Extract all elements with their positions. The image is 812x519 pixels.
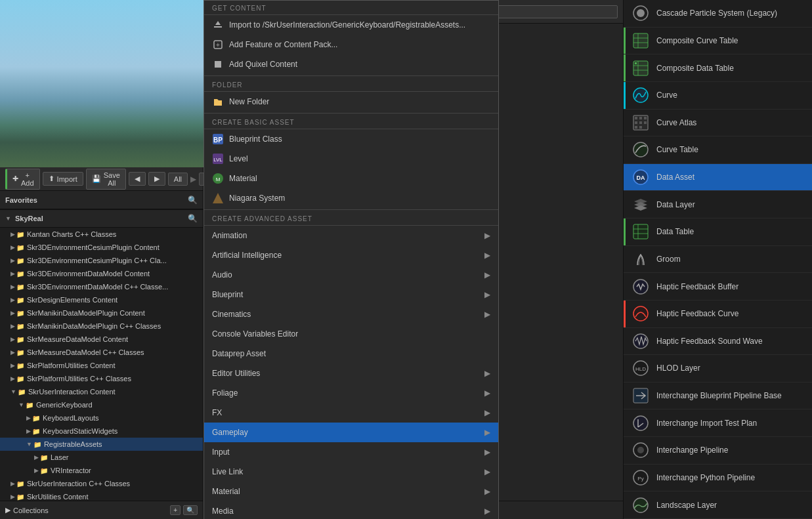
tree-item-keyboard-static[interactable]: ▶ 📁 KeyboardStaticWidgets xyxy=(0,425,203,438)
tree-item-kantan[interactable]: ▶ 📁 Kantan Charts C++ Classes xyxy=(0,228,203,241)
svg-point-42 xyxy=(633,306,648,321)
ctx-niagara[interactable]: Niagara System xyxy=(204,188,498,208)
tree-item-manikin-cpp[interactable]: ▶ 📁 SkrManikinDataModelPlugin C++ Classe… xyxy=(0,320,203,333)
tree-item-skruser-content[interactable]: ▼ 📁 SkrUserInteraction Content xyxy=(0,385,203,398)
forward-button[interactable]: ▶ xyxy=(148,172,165,186)
right-item-curve[interactable]: Curve xyxy=(624,82,812,110)
back-button[interactable]: ◀ xyxy=(129,172,146,186)
ctx-cinematics[interactable]: Cinematics ▶ xyxy=(204,304,498,324)
level-icon: LVL xyxy=(212,153,224,165)
ctx-material[interactable]: M Material xyxy=(204,169,498,188)
ctx-dataprep[interactable]: Dataprep Asset xyxy=(204,344,498,363)
tree-item-platform-content[interactable]: ▶ 📁 SkrPlatformUtilities Content xyxy=(0,359,203,372)
ctx-editor-utils[interactable]: Editor Utilities ▶ xyxy=(204,363,498,383)
ctx-level[interactable]: LVL Level xyxy=(204,149,498,169)
right-item-haptic-wave[interactable]: Haptic Feedback Sound Wave xyxy=(624,328,812,356)
save-icon: 💾 xyxy=(92,175,101,183)
data-asset-icon: DA xyxy=(631,168,650,186)
ctx-animation[interactable]: Animation ▶ xyxy=(204,226,498,245)
ctx-ai[interactable]: Artificial Intelligence ▶ xyxy=(204,245,498,265)
import-button[interactable]: ⬆ Import xyxy=(43,172,83,186)
ctx-foliage[interactable]: Foliage ▶ xyxy=(204,383,498,403)
right-item-interchange-python[interactable]: Py Interchange Python Pipeline xyxy=(624,465,812,492)
tree-item-laser[interactable]: ▶ 📁 Laser xyxy=(0,451,203,464)
right-item-haptic-buffer[interactable]: Haptic Feedback Buffer xyxy=(624,273,812,301)
interchange-import-icon xyxy=(631,414,650,432)
search-collection-button[interactable]: 🔍 xyxy=(183,505,198,515)
tree-item-vrinteractor[interactable]: ▶ 📁 VRInteractor xyxy=(0,464,203,477)
right-item-data-table[interactable]: Data Table xyxy=(624,218,812,246)
folder-icon: 📁 xyxy=(32,415,40,422)
ctx-material-adv[interactable]: Material ▶ xyxy=(204,482,498,501)
svg-text:+: + xyxy=(216,41,220,49)
right-item-curve-atlas[interactable]: Curve Atlas xyxy=(624,110,812,137)
right-item-interchange-bp[interactable]: Interchange Blueprint Pipeline Base xyxy=(624,383,812,410)
folder-icon: 📁 xyxy=(32,428,40,435)
arrow-icon: ▶ xyxy=(484,467,490,476)
tree-item-datamodel-content[interactable]: ▶ 📁 Skr3DEnvironmentDataModel Content xyxy=(0,267,203,280)
skyreal-search-icon[interactable]: 🔍 xyxy=(188,214,198,223)
svg-rect-29 xyxy=(635,121,637,124)
ctx-audio[interactable]: Audio ▶ xyxy=(204,265,498,285)
ctx-input[interactable]: Input ▶ xyxy=(204,442,498,462)
ctx-new-folder[interactable]: New Folder xyxy=(204,92,498,112)
ctx-blueprint[interactable]: Blueprint ▶ xyxy=(204,285,498,304)
right-item-groom[interactable]: Groom xyxy=(624,246,812,274)
folder-icon: 📁 xyxy=(16,362,24,369)
tree-item-skrutil-content[interactable]: ▶ 📁 SkrUtilities Content xyxy=(0,490,203,501)
tree-item-datamodel-cpp[interactable]: ▶ 📁 Skr3DEnvironmentDataModel C++ Classe… xyxy=(0,280,203,293)
tree-item-measure-cpp[interactable]: ▶ 📁 SkrMeasureDataModel C++ Classes xyxy=(0,346,203,359)
right-item-composite-data-table[interactable]: Composite Data Table xyxy=(624,54,812,82)
ctx-media[interactable]: Media ▶ xyxy=(204,501,498,519)
svg-rect-5 xyxy=(215,61,221,68)
tree-item-generic-keyboard[interactable]: ▼ 📁 GenericKeyboard xyxy=(0,398,203,411)
ctx-livelink[interactable]: Live Link ▶ xyxy=(204,462,498,482)
tree-item-cesium-cpp[interactable]: ▶ 📁 Skr3DEnvironmentCesiumPlugin C++ Cla… xyxy=(0,254,203,267)
arrow-icon: ▶ xyxy=(484,388,490,398)
tree-item-manikin-content[interactable]: ▶ 📁 SkrManikinDataModelPlugin Content xyxy=(0,306,203,320)
ctx-console[interactable]: Console Variables Editor xyxy=(204,324,498,344)
collections-arrow[interactable]: ▶ xyxy=(5,506,11,514)
svg-rect-37 xyxy=(633,224,648,239)
svg-point-49 xyxy=(637,447,644,453)
right-item-composite-curve-table[interactable]: Composite Curve Table xyxy=(624,28,812,55)
groom-icon xyxy=(631,250,650,268)
ctx-add-feature[interactable]: + Add Feature or Content Pack... xyxy=(204,35,498,54)
save-all-button[interactable]: 💾 Save All xyxy=(86,169,126,190)
ctx-gameplay[interactable]: Gameplay ▶ xyxy=(204,423,498,442)
skyreal-arrow[interactable]: ▼ xyxy=(5,215,11,222)
right-item-interchange-import[interactable]: Interchange Import Test Plan xyxy=(624,409,812,437)
bottom-bar: ▶ Collections + 🔍 xyxy=(0,501,203,519)
right-item-data-asset[interactable]: DA Data Asset xyxy=(624,164,812,192)
tree-item-skruser-cpp[interactable]: ▶ 📁 SkrUserInteraction C++ Classes xyxy=(0,477,203,490)
ctx-add-quixel[interactable]: Add Quixel Content xyxy=(204,54,498,74)
tree-item-registrable[interactable]: ▼ 📁 RegistrableAssets xyxy=(0,438,203,451)
all-button[interactable]: All xyxy=(168,173,188,186)
add-button[interactable]: ✚ + Add xyxy=(5,169,40,190)
mid-panel: ☰ ▼ ⇅ DA_GenericKeyboard_ Data xyxy=(203,0,624,519)
tree-item-cesium-content[interactable]: ▶ 📁 Skr3DEnvironmentCesiumPlugin Content xyxy=(0,241,203,254)
tree-item-platform-cpp[interactable]: ▶ 📁 SkrPlatformUtilities C++ Classes xyxy=(0,372,203,385)
tree-item-design[interactable]: ▶ 📁 SkrDesignElements Content xyxy=(0,293,203,306)
folder-icon: 📁 xyxy=(16,323,24,330)
ctx-blueprint-class[interactable]: BP Blueprint Class xyxy=(204,129,498,149)
data-layer-icon xyxy=(631,196,650,214)
ctx-import[interactable]: Import to /SkrUserInteraction/GenericKey… xyxy=(204,15,498,35)
right-item-curve-table[interactable]: Curve Table xyxy=(624,136,812,164)
ctx-fx[interactable]: FX ▶ xyxy=(204,403,498,423)
right-item-data-layer[interactable]: Data Layer xyxy=(624,191,812,218)
add-collection-button[interactable]: + xyxy=(170,505,181,515)
haptic-buffer-icon xyxy=(631,278,650,296)
tree-item-keyboard-layouts[interactable]: ▶ 📁 KeyboardLayouts xyxy=(0,411,203,425)
right-item-landscape-layer[interactable]: Landscape Layer xyxy=(624,491,812,519)
favorites-search-icon[interactable]: 🔍 xyxy=(188,196,198,205)
right-item-haptic-curve[interactable]: Haptic Feedback Curve xyxy=(624,301,812,328)
right-item-interchange-pipeline[interactable]: Interchange Pipeline xyxy=(624,437,812,465)
right-item-cascade[interactable]: Cascade Particle System (Legacy) xyxy=(624,0,812,28)
context-menu: GET CONTENT Import to /SkrUserInteractio… xyxy=(203,0,499,519)
main-toolbar: ✚ + Add ⬆ Import 💾 Save All ◀ ▶ All ▶ Pl… xyxy=(0,167,203,191)
folder-icon: 📁 xyxy=(16,297,24,304)
right-item-hlod-layer[interactable]: HLD HLOD Layer xyxy=(624,355,812,383)
arrow-icon: ▶ xyxy=(484,408,490,417)
tree-item-measure-content[interactable]: ▶ 📁 SkrMeasureDataModel Content xyxy=(0,333,203,346)
